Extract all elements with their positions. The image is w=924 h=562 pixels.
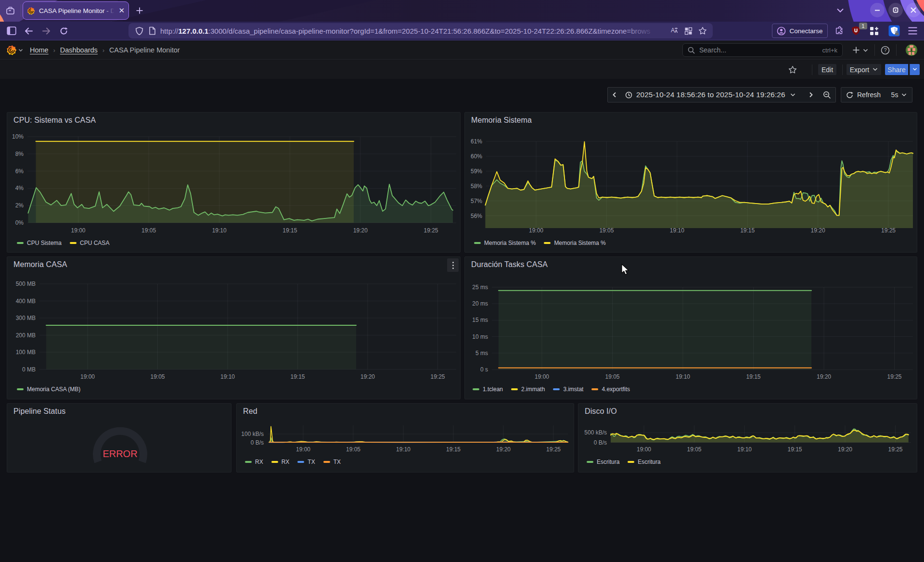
svg-text:19:05: 19:05 xyxy=(141,227,156,234)
svg-text:19:05: 19:05 xyxy=(599,227,614,234)
svg-text:500 MB: 500 MB xyxy=(16,281,36,287)
svg-text:100 MB: 100 MB xyxy=(16,349,36,356)
svg-text:0%: 0% xyxy=(15,219,24,226)
svg-text:5 ms: 5 ms xyxy=(475,350,488,357)
svg-text:10%: 10% xyxy=(12,133,24,140)
svg-text:56%: 56% xyxy=(471,213,482,219)
svg-text:19:15: 19:15 xyxy=(787,446,802,453)
svg-text:19:00: 19:00 xyxy=(637,446,651,453)
svg-text:2%: 2% xyxy=(15,202,24,209)
svg-text:20 ms: 20 ms xyxy=(472,300,488,307)
svg-text:100 kB/s: 100 kB/s xyxy=(241,431,264,437)
svg-text:?: ? xyxy=(884,47,886,53)
svg-text:19:25: 19:25 xyxy=(888,446,902,453)
svg-text:19:05: 19:05 xyxy=(687,446,701,453)
svg-text:500 kB/s: 500 kB/s xyxy=(584,429,607,436)
svg-text:19:00: 19:00 xyxy=(296,446,310,453)
svg-text:19:25: 19:25 xyxy=(546,446,561,453)
svg-text:A: A xyxy=(671,27,675,34)
svg-text:57%: 57% xyxy=(471,198,482,204)
svg-text:19:20: 19:20 xyxy=(811,227,825,234)
svg-text:19:10: 19:10 xyxy=(737,446,752,453)
svg-text:19:00: 19:00 xyxy=(529,227,543,234)
svg-text:19:25: 19:25 xyxy=(424,227,438,234)
svg-text:19:10: 19:10 xyxy=(220,373,235,380)
svg-text:19:20: 19:20 xyxy=(496,446,511,453)
svg-text:60%: 60% xyxy=(471,153,482,160)
svg-text:10 ms: 10 ms xyxy=(472,333,488,340)
svg-text:19:15: 19:15 xyxy=(290,373,305,380)
svg-text:19:20: 19:20 xyxy=(838,446,852,453)
svg-text:15 ms: 15 ms xyxy=(472,317,488,323)
svg-text:0 B/s: 0 B/s xyxy=(251,439,264,446)
svg-text:19:10: 19:10 xyxy=(396,446,411,453)
svg-text:19:05: 19:05 xyxy=(605,373,619,380)
svg-text:19:25: 19:25 xyxy=(430,373,445,380)
svg-text:19:15: 19:15 xyxy=(282,227,297,234)
svg-text:19:20: 19:20 xyxy=(353,227,368,234)
svg-text:19:10: 19:10 xyxy=(212,227,227,234)
svg-text:19:00: 19:00 xyxy=(80,373,95,380)
svg-text:19:05: 19:05 xyxy=(150,373,165,380)
svg-text:19:25: 19:25 xyxy=(881,227,896,234)
svg-text:4%: 4% xyxy=(15,185,24,192)
svg-text:19:05: 19:05 xyxy=(346,446,360,453)
svg-text:6%: 6% xyxy=(15,168,24,175)
svg-text:300 MB: 300 MB xyxy=(16,315,36,321)
svg-text:19:15: 19:15 xyxy=(746,373,760,380)
svg-text:0 MB: 0 MB xyxy=(22,366,36,373)
svg-text:19:10: 19:10 xyxy=(670,227,684,234)
svg-text:19:15: 19:15 xyxy=(446,446,461,453)
svg-text:19:00: 19:00 xyxy=(71,227,85,234)
svg-text:58%: 58% xyxy=(471,183,482,190)
svg-text:19:25: 19:25 xyxy=(887,373,901,380)
svg-text:19:00: 19:00 xyxy=(535,373,549,380)
svg-text:19:15: 19:15 xyxy=(740,227,755,234)
svg-text:8%: 8% xyxy=(15,151,24,157)
svg-text:19:20: 19:20 xyxy=(360,373,375,380)
svg-text:61%: 61% xyxy=(471,138,482,145)
svg-text:ERROR: ERROR xyxy=(103,448,137,459)
svg-text:19:10: 19:10 xyxy=(676,373,690,380)
svg-text:0 B/s: 0 B/s xyxy=(594,439,607,446)
svg-text:0 s: 0 s xyxy=(480,366,488,373)
svg-text:25 ms: 25 ms xyxy=(472,284,488,291)
svg-text:200 MB: 200 MB xyxy=(16,332,36,339)
svg-text:59%: 59% xyxy=(471,168,482,175)
svg-text:19:20: 19:20 xyxy=(817,373,831,380)
svg-text:400 MB: 400 MB xyxy=(16,298,36,305)
